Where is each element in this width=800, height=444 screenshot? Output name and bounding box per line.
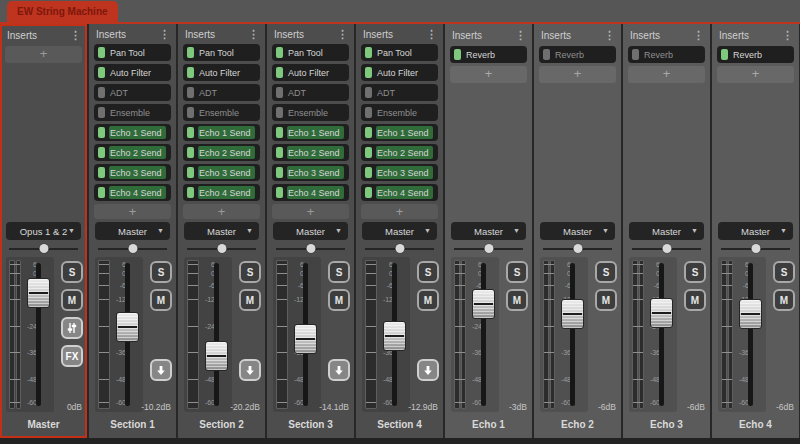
- fader-cap[interactable]: [294, 324, 317, 354]
- pan-slider[interactable]: [454, 244, 523, 254]
- add-insert-button[interactable]: +: [183, 204, 260, 219]
- mute-button[interactable]: M: [239, 289, 261, 311]
- add-insert-button[interactable]: +: [272, 204, 349, 219]
- pan-knob[interactable]: [128, 244, 137, 253]
- insert-enable-led[interactable]: [98, 167, 105, 178]
- insert-slot[interactable]: Echo 2 Send: [183, 144, 260, 161]
- pan-knob[interactable]: [484, 244, 493, 253]
- add-insert-button[interactable]: +: [539, 66, 616, 83]
- kebab-menu-icon[interactable]: ⋮: [70, 29, 81, 42]
- insert-slot[interactable]: Auto Filter: [272, 64, 349, 81]
- insert-enable-led[interactable]: [98, 87, 105, 98]
- insert-enable-led[interactable]: [365, 87, 372, 98]
- insert-slot[interactable]: Reverb: [628, 46, 705, 63]
- mute-button[interactable]: M: [61, 289, 83, 311]
- pan-knob[interactable]: [662, 244, 671, 253]
- insert-enable-led[interactable]: [365, 67, 372, 78]
- insert-slot[interactable]: Auto Filter: [94, 64, 171, 81]
- insert-slot[interactable]: Pan Tool: [94, 44, 171, 61]
- mute-button[interactable]: M: [595, 289, 617, 311]
- insert-slot[interactable]: Echo 2 Send: [94, 144, 171, 161]
- insert-slot[interactable]: Echo 2 Send: [272, 144, 349, 161]
- insert-slot[interactable]: ADT: [272, 84, 349, 101]
- insert-enable-led[interactable]: [365, 107, 372, 118]
- pan-knob[interactable]: [395, 244, 404, 253]
- pan-slider[interactable]: [9, 244, 78, 254]
- insert-slot[interactable]: Echo 3 Send: [361, 164, 438, 181]
- mute-button[interactable]: M: [328, 289, 350, 311]
- fader-cap[interactable]: [116, 312, 139, 342]
- insert-slot[interactable]: Pan Tool: [183, 44, 260, 61]
- solo-button[interactable]: S: [506, 261, 528, 283]
- mute-button[interactable]: M: [150, 289, 172, 311]
- insert-slot[interactable]: Echo 1 Send: [94, 124, 171, 141]
- mute-button[interactable]: M: [684, 289, 706, 311]
- fader-track[interactable]: [748, 263, 753, 406]
- insert-enable-led[interactable]: [98, 67, 105, 78]
- fader-cap[interactable]: [383, 321, 406, 351]
- insert-enable-led[interactable]: [187, 147, 194, 158]
- add-insert-button[interactable]: +: [450, 66, 527, 83]
- insert-enable-led[interactable]: [543, 49, 550, 60]
- minimize-arrow-button[interactable]: [417, 359, 439, 381]
- insert-enable-led[interactable]: [721, 49, 728, 60]
- pan-knob[interactable]: [306, 244, 315, 253]
- insert-enable-led[interactable]: [98, 187, 105, 198]
- insert-enable-led[interactable]: [365, 127, 372, 138]
- insert-slot[interactable]: Ensemble: [183, 104, 260, 121]
- solo-button[interactable]: S: [328, 261, 350, 283]
- insert-enable-led[interactable]: [276, 67, 283, 78]
- kebab-menu-icon[interactable]: ⋮: [337, 28, 348, 41]
- mute-button[interactable]: M: [773, 289, 795, 311]
- pan-knob[interactable]: [573, 244, 582, 253]
- output-selector[interactable]: Master ▼: [451, 222, 526, 240]
- insert-slot[interactable]: Echo 3 Send: [94, 164, 171, 181]
- insert-enable-led[interactable]: [98, 107, 105, 118]
- solo-button[interactable]: S: [684, 261, 706, 283]
- insert-enable-led[interactable]: [276, 47, 283, 58]
- fader-track[interactable]: [570, 263, 575, 406]
- fader-track[interactable]: [214, 263, 219, 406]
- fader-track[interactable]: [481, 263, 486, 406]
- fader-cap[interactable]: [27, 278, 50, 308]
- insert-slot[interactable]: Auto Filter: [361, 64, 438, 81]
- solo-button[interactable]: S: [595, 261, 617, 283]
- insert-enable-led[interactable]: [187, 167, 194, 178]
- fader-track[interactable]: [659, 263, 664, 406]
- insert-slot[interactable]: Echo 4 Send: [94, 184, 171, 201]
- minimize-arrow-button[interactable]: [239, 359, 261, 381]
- solo-button[interactable]: S: [150, 261, 172, 283]
- insert-enable-led[interactable]: [98, 127, 105, 138]
- pan-knob[interactable]: [751, 244, 760, 253]
- fader-cap[interactable]: [650, 298, 673, 328]
- pan-slider[interactable]: [721, 244, 790, 254]
- insert-enable-led[interactable]: [365, 167, 372, 178]
- insert-enable-led[interactable]: [365, 147, 372, 158]
- insert-slot[interactable]: Echo 1 Send: [183, 124, 260, 141]
- insert-enable-led[interactable]: [187, 67, 194, 78]
- insert-slot[interactable]: Reverb: [717, 46, 794, 63]
- fader-cap[interactable]: [739, 299, 762, 329]
- insert-slot[interactable]: Echo 1 Send: [272, 124, 349, 141]
- fader-cap[interactable]: [472, 289, 495, 319]
- add-insert-button[interactable]: +: [5, 46, 82, 63]
- insert-enable-led[interactable]: [187, 107, 194, 118]
- insert-enable-led[interactable]: [276, 167, 283, 178]
- insert-slot[interactable]: Ensemble: [94, 104, 171, 121]
- insert-enable-led[interactable]: [98, 147, 105, 158]
- output-selector[interactable]: Master ▼: [718, 222, 793, 240]
- insert-slot[interactable]: Echo 2 Send: [361, 144, 438, 161]
- insert-enable-led[interactable]: [365, 187, 372, 198]
- pan-slider[interactable]: [365, 244, 434, 254]
- insert-enable-led[interactable]: [187, 127, 194, 138]
- solo-button[interactable]: S: [239, 261, 261, 283]
- output-selector[interactable]: Master ▼: [184, 222, 259, 240]
- insert-slot[interactable]: Echo 3 Send: [272, 164, 349, 181]
- pan-slider[interactable]: [187, 244, 256, 254]
- faders-view-button[interactable]: [61, 317, 83, 339]
- add-insert-button[interactable]: +: [94, 204, 171, 219]
- insert-slot[interactable]: Reverb: [450, 46, 527, 63]
- insert-enable-led[interactable]: [365, 47, 372, 58]
- kebab-menu-icon[interactable]: ⋮: [604, 29, 615, 42]
- insert-slot[interactable]: Ensemble: [272, 104, 349, 121]
